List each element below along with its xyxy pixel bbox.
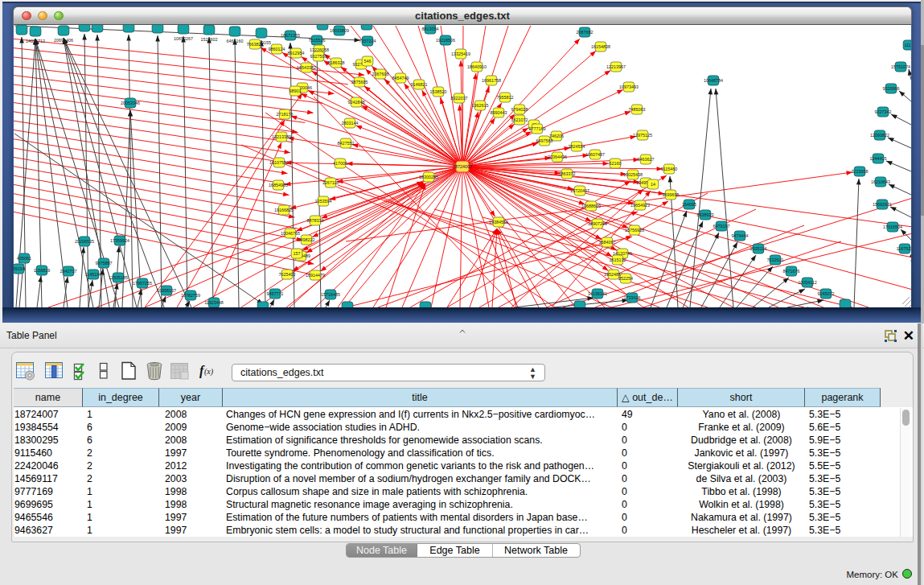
svg-text:98901: 98901 bbox=[290, 89, 302, 93]
svg-text:3498222: 3498222 bbox=[298, 237, 315, 242]
svg-text:19166825: 19166825 bbox=[274, 208, 294, 212]
svg-text:6497568: 6497568 bbox=[536, 138, 553, 143]
svg-text:15751074: 15751074 bbox=[891, 64, 910, 69]
svg-text:15756928: 15756928 bbox=[625, 228, 644, 233]
svg-text:2367608: 2367608 bbox=[372, 72, 389, 76]
svg-text:17957255: 17957255 bbox=[133, 281, 152, 286]
svg-text:12505185: 12505185 bbox=[109, 275, 128, 280]
svg-text:16107552: 16107552 bbox=[269, 160, 289, 165]
svg-text:12093822: 12093822 bbox=[870, 133, 889, 138]
svg-text:7357224: 7357224 bbox=[359, 39, 376, 43]
svg-text:8186328: 8186328 bbox=[328, 60, 345, 65]
svg-text:1362615: 1362615 bbox=[472, 103, 489, 108]
svg-text:9777169: 9777169 bbox=[529, 126, 546, 131]
svg-text:14: 14 bbox=[651, 182, 655, 187]
svg-text:9115460: 9115460 bbox=[661, 167, 678, 171]
svg-text:10973493: 10973493 bbox=[619, 84, 639, 89]
svg-text:3684067: 3684067 bbox=[599, 240, 616, 245]
svg-text:8878334: 8878334 bbox=[307, 218, 324, 223]
svg-text:9242848: 9242848 bbox=[348, 100, 365, 105]
svg-text:14055712: 14055712 bbox=[26, 39, 45, 43]
svg-text:6479197: 6479197 bbox=[713, 224, 730, 229]
svg-text:8912954: 8912954 bbox=[288, 51, 305, 56]
svg-text:435061: 435061 bbox=[17, 256, 31, 261]
svg-text:10046765: 10046765 bbox=[281, 231, 300, 236]
svg-text:164095: 164095 bbox=[682, 202, 696, 207]
svg-text:10054112: 10054112 bbox=[798, 280, 817, 285]
svg-text:157: 157 bbox=[294, 251, 301, 256]
svg-text:16210643: 16210643 bbox=[871, 179, 890, 184]
svg-text:7485063: 7485063 bbox=[629, 107, 646, 112]
svg-text:16033809: 16033809 bbox=[330, 28, 349, 33]
svg-text:1353594: 1353594 bbox=[315, 199, 332, 204]
svg-text:17016504: 17016504 bbox=[883, 225, 902, 229]
svg-text:1167533: 1167533 bbox=[897, 246, 911, 251]
svg-text:16854985: 16854985 bbox=[269, 183, 288, 187]
svg-text:19218506: 19218506 bbox=[436, 38, 455, 43]
svg-text:15720407: 15720407 bbox=[570, 188, 589, 193]
svg-text:19384554: 19384554 bbox=[489, 220, 508, 225]
svg-text:3215958: 3215958 bbox=[852, 169, 869, 174]
svg-text:8813054: 8813054 bbox=[422, 27, 439, 31]
svg-text:10653267: 10653267 bbox=[174, 36, 193, 41]
svg-text:9463627: 9463627 bbox=[638, 157, 655, 162]
svg-text:9227342: 9227342 bbox=[875, 109, 892, 114]
svg-text:1156819: 1156819 bbox=[34, 268, 51, 273]
svg-text:1145194: 1145194 bbox=[85, 272, 102, 277]
svg-text:16543382: 16543382 bbox=[297, 65, 316, 70]
svg-text:16914479: 16914479 bbox=[306, 273, 325, 278]
svg-text:13325419: 13325419 bbox=[451, 51, 470, 56]
svg-text:8938923: 8938923 bbox=[697, 212, 714, 217]
svg-text:1621072: 1621072 bbox=[511, 117, 528, 122]
svg-text:546: 546 bbox=[364, 59, 372, 64]
svg-text:2935114: 2935114 bbox=[750, 246, 767, 251]
svg-text:2803144: 2803144 bbox=[342, 121, 359, 126]
svg-text:3267110: 3267110 bbox=[322, 180, 339, 185]
svg-text:17359924: 17359924 bbox=[110, 238, 129, 243]
svg-text:18724007: 18724007 bbox=[453, 164, 472, 169]
svg-text:10688609: 10688609 bbox=[581, 204, 601, 208]
svg-text:2087682: 2087682 bbox=[577, 30, 593, 35]
svg-text:8990443: 8990443 bbox=[491, 110, 507, 115]
svg-text:1615132: 1615132 bbox=[610, 257, 626, 262]
svg-text:18300295: 18300295 bbox=[419, 175, 438, 179]
svg-text:16961758: 16961758 bbox=[482, 78, 501, 83]
svg-text:9146821: 9146821 bbox=[411, 82, 428, 87]
svg-text:1527602: 1527602 bbox=[201, 37, 218, 42]
svg-text:16154838: 16154838 bbox=[591, 44, 610, 49]
svg-text:8427552: 8427552 bbox=[338, 141, 355, 146]
svg-text:9794028: 9794028 bbox=[511, 107, 528, 112]
svg-text:3875685: 3875685 bbox=[351, 80, 368, 84]
svg-text:18907249: 18907249 bbox=[588, 221, 607, 226]
svg-text:(x): (x) bbox=[204, 367, 214, 377]
svg-text:15716485: 15716485 bbox=[321, 292, 340, 297]
svg-text:1733426: 1733426 bbox=[624, 295, 641, 300]
svg-text:7632621: 7632621 bbox=[767, 257, 784, 262]
svg-text:2718176: 2718176 bbox=[277, 112, 294, 117]
svg-text:39154: 39154 bbox=[14, 266, 25, 271]
svg-text:20053346: 20053346 bbox=[121, 101, 140, 105]
svg-text:9329966: 9329966 bbox=[883, 86, 900, 91]
svg-text:8454749: 8454749 bbox=[392, 76, 409, 80]
svg-text:14136141: 14136141 bbox=[588, 291, 607, 296]
svg-text:16671355: 16671355 bbox=[281, 33, 300, 38]
svg-text:9699695: 9699695 bbox=[663, 192, 680, 197]
svg-text:18640910: 18640910 bbox=[467, 64, 487, 69]
svg-text:1538520: 1538520 bbox=[430, 89, 447, 94]
svg-text:12213967: 12213967 bbox=[606, 64, 626, 69]
svg-text:9245072: 9245072 bbox=[818, 291, 835, 296]
svg-text:252254: 252254 bbox=[618, 276, 633, 281]
svg-text:7955812: 7955812 bbox=[497, 95, 514, 100]
svg-text:12975125: 12975125 bbox=[633, 133, 652, 138]
svg-text:20206535: 20206535 bbox=[75, 239, 94, 244]
svg-text:62160: 62160 bbox=[610, 161, 622, 166]
svg-text:7625402: 7625402 bbox=[279, 272, 296, 277]
svg-text:9474444: 9474444 bbox=[732, 233, 749, 238]
svg-text:9457771: 9457771 bbox=[267, 291, 284, 296]
svg-text:7515526: 7515526 bbox=[309, 38, 326, 43]
svg-text:8471676: 8471676 bbox=[783, 269, 800, 274]
svg-text:10648784: 10648784 bbox=[704, 78, 723, 83]
svg-text:417006: 417006 bbox=[333, 161, 347, 166]
svg-text:1244415: 1244415 bbox=[870, 156, 887, 161]
svg-text:3824554: 3824554 bbox=[569, 144, 585, 149]
